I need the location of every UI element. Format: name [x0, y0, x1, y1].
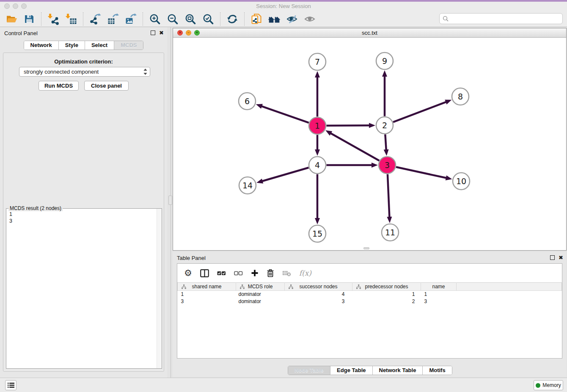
column-header-mcds-role[interactable]: MCDS role [236, 283, 285, 291]
export-network-button[interactable] [88, 12, 103, 26]
edge-2-8[interactable] [393, 102, 447, 122]
window-title: Session: New Session [0, 2, 567, 11]
tab-network-table[interactable]: Network Table [372, 366, 423, 375]
export-image-button[interactable] [123, 12, 138, 26]
memory-button[interactable]: Memory [534, 380, 563, 390]
tab-node-table[interactable]: Node Table [288, 366, 330, 375]
frame-minimize-button[interactable]: − [186, 30, 191, 36]
criterion-dropdown[interactable]: strongly connected component [19, 67, 150, 77]
task-history-button[interactable] [5, 380, 17, 390]
column-header-shared-name[interactable]: shared name [178, 283, 236, 291]
zoom-selected-icon [202, 13, 214, 25]
unselect-all-icon[interactable] [234, 268, 243, 278]
delete-table-icon[interactable] [282, 268, 291, 278]
result-scrollbar[interactable] [157, 209, 162, 368]
select-all-icon[interactable] [217, 268, 226, 278]
node-6[interactable]: 6 [239, 93, 256, 110]
zoom-selected-button[interactable] [201, 12, 216, 26]
show-graphics-details-button[interactable] [302, 12, 317, 26]
svg-text:4: 4 [315, 160, 320, 170]
open-session-button[interactable] [4, 12, 19, 26]
node-table-body: 1dominator4113dominator323 [178, 291, 562, 305]
column-header-name[interactable]: name [421, 283, 457, 291]
network-frame-titlebar[interactable]: ✕ − + scc.txt [173, 28, 566, 38]
node-2[interactable]: 2 [376, 117, 393, 134]
close-table-panel-icon[interactable]: ✖ [559, 255, 563, 260]
node-11[interactable]: 11 [382, 224, 399, 241]
column-header-predecessor-nodes[interactable]: predecessor nodes [352, 283, 421, 291]
zoom-out-button[interactable] [165, 12, 180, 26]
node-7[interactable]: 7 [309, 53, 326, 70]
edge-1-6[interactable] [261, 106, 309, 123]
close-panel-button[interactable]: Close panel [84, 81, 129, 91]
network-canvas[interactable]: 7968124314101511 [173, 38, 566, 250]
network-frame-title: scc.txt [173, 28, 566, 37]
edge-3-11[interactable] [388, 174, 390, 218]
toolbar-separator [244, 12, 245, 26]
function-builder-icon[interactable]: f(x) [299, 268, 311, 278]
run-mcds-button[interactable]: Run MCDS [39, 81, 79, 91]
table-row[interactable]: 3dominator323 [178, 298, 562, 305]
add-column-icon[interactable] [251, 268, 259, 278]
edge-1-2[interactable] [326, 125, 370, 126]
frame-maximize-button[interactable]: + [194, 30, 200, 36]
close-panel-icon[interactable]: ✖ [159, 30, 164, 35]
houses-icon [268, 13, 281, 25]
tab-network[interactable]: Network [24, 41, 58, 50]
edge-4-14[interactable] [261, 168, 309, 181]
svg-text:15: 15 [312, 229, 322, 238]
zoom-in-button[interactable] [147, 12, 162, 26]
edge-2-3[interactable] [385, 134, 386, 151]
node-9[interactable]: 9 [376, 52, 393, 69]
splitter-handle[interactable] [168, 196, 172, 205]
zoom-fit-button[interactable] [183, 12, 198, 26]
duplicate-network-button[interactable] [249, 12, 264, 26]
table-header-row[interactable]: shared name MCDS role successor nodes pr… [178, 283, 562, 291]
node-15[interactable]: 15 [309, 225, 326, 242]
tab-motifs[interactable]: Motifs [422, 366, 451, 375]
mcds-panel: Optimization criterion: strongly connect… [3, 52, 164, 372]
settings-gear-icon[interactable]: ⚙ [184, 268, 192, 278]
tab-select[interactable]: Select [85, 41, 114, 50]
delete-column-icon[interactable] [267, 268, 274, 278]
node-10[interactable]: 10 [453, 173, 470, 190]
edge-3-10[interactable] [396, 167, 447, 178]
edge-arrowhead [256, 179, 263, 184]
import-table-button[interactable] [63, 12, 79, 26]
node-4[interactable]: 4 [309, 157, 326, 174]
tab-edge-table[interactable]: Edge Table [330, 366, 372, 375]
node-1[interactable]: 1 [309, 117, 326, 134]
export-table-button[interactable] [105, 12, 121, 26]
import-network-button[interactable] [46, 12, 61, 26]
node-3[interactable]: 3 [379, 157, 396, 174]
zoom-out-icon [167, 13, 179, 25]
canvas-scroll-thumb[interactable] [363, 247, 369, 249]
zoom-window-button[interactable] [21, 3, 27, 9]
close-window-button[interactable] [4, 3, 10, 9]
minimize-window-button[interactable] [13, 3, 18, 9]
import-table-icon [65, 13, 77, 25]
tab-mcds[interactable]: MCDS [114, 41, 143, 50]
tab-style[interactable]: Style [58, 41, 85, 50]
table-row[interactable]: 1dominator411 [178, 291, 562, 298]
search-field[interactable] [439, 13, 563, 24]
refresh-view-button[interactable] [225, 12, 240, 26]
float-panel-icon[interactable] [151, 30, 155, 35]
node-8[interactable]: 8 [452, 88, 469, 105]
search-icon [443, 16, 449, 22]
duplicate-network-icon [250, 13, 262, 25]
hide-graphics-details-button[interactable] [284, 12, 300, 26]
home-networks-button[interactable] [267, 12, 282, 26]
edge-3-1[interactable] [330, 133, 380, 161]
namespace-tree-icon [240, 284, 245, 290]
window-controls[interactable] [4, 3, 27, 9]
float-table-panel-icon[interactable] [550, 255, 555, 260]
frame-close-button[interactable]: ✕ [177, 30, 183, 36]
column-header-successor-nodes[interactable]: successor nodes [285, 283, 352, 291]
split-panel-icon[interactable] [200, 268, 209, 278]
table-tabs: Node Table Edge Table Network Table Moti… [288, 366, 452, 375]
node-14[interactable]: 14 [239, 177, 256, 194]
svg-text:10: 10 [456, 177, 466, 186]
search-input[interactable] [450, 14, 562, 23]
save-session-button[interactable] [22, 12, 37, 26]
